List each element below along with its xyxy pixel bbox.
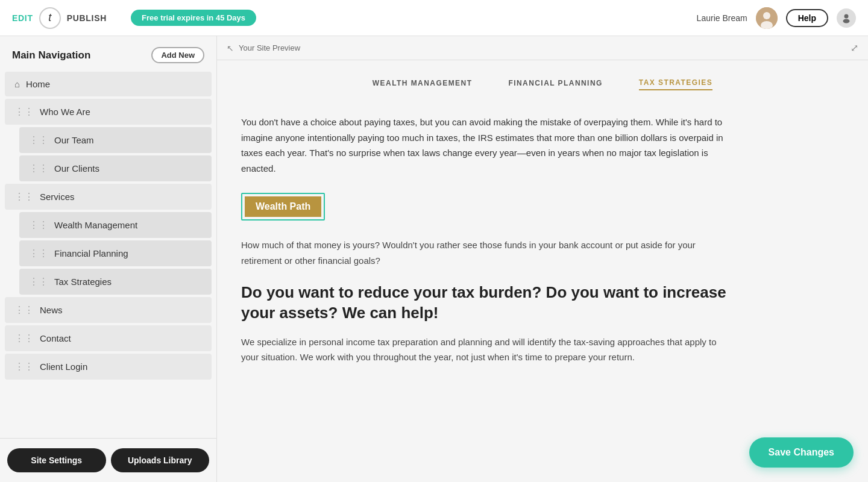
avatar [756,7,778,29]
sidebar-header: Main Navigation Add New [0,36,216,70]
arrows-icon: ↖ [227,43,234,53]
nav-item-label: Financial Planning [54,248,128,258]
drag-handle-icon: ⋮⋮ [29,219,48,231]
sidebar-item-who-we-are[interactable]: ⋮⋮ Who We Are [5,99,212,125]
drag-handle-icon: ⋮⋮ [14,191,34,202]
drag-handle-icon: ⋮⋮ [29,276,48,287]
nav-item-label: Home [26,79,50,89]
user-name: Laurie Bream [697,13,747,23]
add-new-button[interactable]: Add New [151,47,204,63]
sidebar-item-tax-strategies[interactable]: ⋮⋮ Tax Strategies [19,269,212,295]
drag-handle-icon: ⋮⋮ [14,333,34,344]
site-settings-button[interactable]: Site Settings [7,448,106,472]
home-icon: ⌂ [14,79,20,89]
drag-handle-icon: ⋮⋮ [29,248,48,259]
expand-icon[interactable]: ⤢ [851,42,858,54]
svg-point-3 [844,14,849,18]
content-body: You don't have a choice about paying tax… [241,114,735,365]
intro-paragraph: You don't have a choice about paying tax… [241,114,735,176]
drag-handle-icon: ⋮⋮ [29,163,48,174]
tab-financial-planning[interactable]: FINANCIAL PLANNING [508,79,602,90]
nav-item-label: Our Team [54,135,94,145]
wealth-path-button[interactable]: Wealth Path [245,196,321,217]
site-preview: WEALTH MANAGEMENT FINANCIAL PLANNING TAX… [217,60,868,482]
site-nav-tabs: WEALTH MANAGEMENT FINANCIAL PLANNING TAX… [241,78,844,93]
preview-label: Your Site Preview [239,43,300,52]
sidebar: Main Navigation Add New ⌂ Home ⋮⋮ Who We… [0,36,217,482]
preview-panel: ↖ Your Site Preview ⤢ WEALTH MANAGEMENT … [217,36,868,482]
sub-paragraph: How much of that money is yours? Wouldn'… [241,237,735,268]
top-bar-right: Laurie Bream Help [697,7,856,29]
nav-item-label: Services [40,192,75,202]
user-menu-icon[interactable] [837,8,856,28]
save-changes-button[interactable]: Save Changes [749,437,854,468]
edit-label[interactable]: EDIT [12,13,33,23]
sidebar-item-financial-planning[interactable]: ⋮⋮ Financial Planning [19,240,212,266]
main-layout: Main Navigation Add New ⌂ Home ⋮⋮ Who We… [0,36,868,482]
nav-item-label: Who We Are [40,107,90,117]
help-button[interactable]: Help [786,9,828,27]
sidebar-item-wealth-management[interactable]: ⋮⋮ Wealth Management [19,212,212,238]
svg-point-1 [763,12,770,19]
logo-icon[interactable]: t [39,7,61,29]
preview-content: WEALTH MANAGEMENT FINANCIAL PLANNING TAX… [217,60,868,482]
svg-point-4 [843,19,850,23]
sidebar-item-services[interactable]: ⋮⋮ Services [5,184,212,210]
drag-handle-icon: ⋮⋮ [14,106,34,117]
publish-label[interactable]: PUBLISH [67,13,107,23]
sidebar-item-news[interactable]: ⋮⋮ News [5,297,212,323]
wealth-path-outer: Wealth Path [241,193,325,221]
sidebar-item-contact[interactable]: ⋮⋮ Contact [5,325,212,351]
sidebar-item-our-team[interactable]: ⋮⋮ Our Team [19,127,212,153]
tab-wealth-management[interactable]: WEALTH MANAGEMENT [373,79,473,90]
drag-handle-icon: ⋮⋮ [14,304,34,316]
drag-handle-icon: ⋮⋮ [14,361,34,372]
sidebar-item-home[interactable]: ⌂ Home [5,72,212,96]
drag-handle-icon: ⋮⋮ [29,134,48,146]
nav-item-label: News [40,305,63,315]
wealth-path-container: Wealth Path [241,193,735,221]
sidebar-title: Main Navigation [12,49,90,61]
trial-badge: Free trial expires in 45 Days [131,10,256,26]
nav-item-label: Tax Strategies [54,277,112,287]
nav-item-label: Wealth Management [54,220,137,230]
sidebar-item-client-login[interactable]: ⋮⋮ Client Login [5,354,212,380]
top-bar-left: EDIT t PUBLISH Free trial expires in 45 … [12,7,256,29]
nav-item-label: Client Login [40,362,87,372]
nav-item-label: Contact [40,333,71,343]
tab-tax-strategies[interactable]: TAX STRATEGIES [639,78,712,90]
nav-item-label: Our Clients [54,163,99,174]
uploads-library-button[interactable]: Uploads Library [111,448,210,472]
top-bar: EDIT t PUBLISH Free trial expires in 45 … [0,0,868,36]
preview-bar: ↖ Your Site Preview ⤢ [217,36,868,60]
sidebar-bottom: Site Settings Uploads Library [0,438,216,482]
sidebar-item-our-clients[interactable]: ⋮⋮ Our Clients [19,155,212,181]
bottom-paragraph: We specialize in personal income tax pre… [241,334,735,365]
main-heading: Do you want to reduce your tax burden? D… [241,283,735,324]
preview-bar-left: ↖ Your Site Preview [227,43,300,53]
